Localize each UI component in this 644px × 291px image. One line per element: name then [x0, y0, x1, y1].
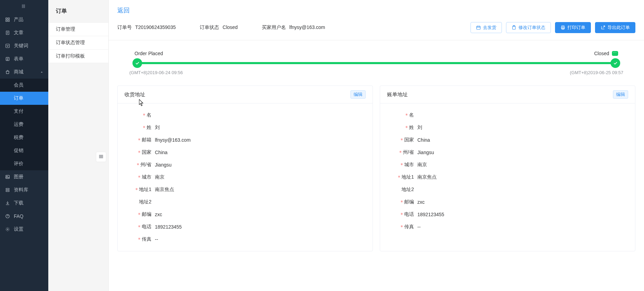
sidebar-item-9[interactable]: 设置	[0, 223, 48, 236]
sidebar-item-1[interactable]: 文章	[0, 26, 48, 39]
field-label: *姓	[125, 124, 155, 131]
svg-rect-0	[6, 18, 7, 19]
field-label: *邮箱	[125, 137, 155, 143]
field-value: 1892123455	[417, 212, 444, 217]
sidebar-item-label: 图册	[14, 174, 23, 180]
modify-status-button[interactable]: 修改订单状态	[506, 22, 551, 33]
field-row: *邮箱lfnysy@163.com	[125, 134, 366, 146]
field-label: 地址2	[387, 187, 417, 193]
field-label-text: 国家	[404, 137, 414, 143]
field-value: 南京焦点	[155, 187, 174, 193]
field-value: --	[417, 224, 420, 230]
svg-rect-10	[6, 190, 9, 192]
export-button[interactable]: 导出此订单	[595, 22, 635, 33]
sidebar-item-label: 表单	[14, 56, 23, 62]
required-mark: *	[405, 112, 408, 118]
sidebar-item-label: 商城	[14, 69, 23, 75]
sidebar-subitem-4-0[interactable]: 会员	[0, 79, 48, 92]
field-label: *邮编	[387, 199, 417, 205]
billing-panel: 账单地址 编辑 *名*姓刘*国家China*州/省Jiangsu*城市南京*地址…	[380, 86, 635, 251]
secondary-nav-1[interactable]: 订单状态管理	[48, 36, 108, 50]
field-row: *国家China	[125, 146, 366, 159]
billing-title: 账单地址	[387, 91, 408, 98]
field-row: 地址2	[125, 196, 366, 208]
sidebar-item-label: FAQ	[14, 213, 23, 219]
field-value: 刘	[417, 124, 422, 131]
caret-up-icon	[40, 69, 43, 75]
field-row: *电话1892123455	[387, 208, 628, 221]
billing-edit-link[interactable]: 编辑	[613, 90, 628, 99]
field-label: *城市	[125, 174, 155, 180]
sidebar-item-label: 产品	[14, 17, 23, 23]
field-value: China	[155, 150, 168, 155]
sidebar-collapse-button[interactable]	[0, 0, 48, 13]
modify-status-button-label: 修改订单状态	[518, 24, 545, 31]
field-label: *传真	[125, 236, 155, 242]
order-no-label: 订单号	[117, 24, 132, 30]
required-mark: *	[143, 125, 146, 130]
field-row: *州/省Jiangsu	[387, 146, 628, 159]
field-row: *电话1892123455	[125, 221, 366, 233]
sidebar-subitem-4-6[interactable]: 评价	[0, 157, 48, 170]
field-label: *城市	[387, 162, 417, 168]
sidebar-item-3[interactable]: 表单	[0, 52, 48, 66]
field-label-text: 地址1	[139, 187, 151, 193]
collapse-icon	[21, 3, 27, 10]
field-label-text: 邮编	[142, 211, 151, 218]
sidebar-item-label: 资料库	[14, 187, 28, 193]
field-row: *传真--	[387, 221, 628, 233]
field-row: 地址2	[387, 183, 628, 196]
calendar-icon	[476, 25, 481, 30]
sidebar-item-6[interactable]: 资料库	[0, 183, 48, 197]
back-link[interactable]: 返回	[117, 7, 130, 14]
print-button[interactable]: 打印订单	[555, 22, 591, 33]
field-label: *州/省	[387, 149, 417, 155]
sidebar-item-8[interactable]: FAQ	[0, 210, 48, 223]
field-row: *国家China	[387, 134, 628, 146]
field-label-text: 电话	[142, 224, 151, 230]
required-mark: *	[138, 237, 141, 242]
field-value: Jiangsu	[155, 162, 171, 168]
timeline-right-date: (GMT+8)2019-06-25 09:57	[570, 70, 623, 75]
chat-icon[interactable]	[612, 51, 618, 56]
field-row: *地址1南京焦点	[387, 171, 628, 183]
sidebar-item-7[interactable]: 下载	[0, 197, 48, 210]
ship-button-label: 去发货	[483, 24, 496, 31]
sidebar-subitem-4-5[interactable]: 促销	[0, 144, 48, 157]
field-row: *邮编zxc	[125, 208, 366, 221]
sidebar-item-label: 文章	[14, 30, 23, 36]
sidebar-subitem-4-2[interactable]: 支付	[0, 105, 48, 118]
timeline-left-date: (GMT+8)2019-06-24 09:56	[129, 70, 183, 75]
sidebar-item-2[interactable]: 关键词	[0, 39, 48, 52]
field-row: *州/省Jiangsu	[125, 159, 366, 171]
clipboard-icon	[512, 25, 516, 30]
field-label: *名	[387, 112, 417, 118]
svg-rect-14	[99, 157, 103, 158]
side-toggle-handle[interactable]	[96, 152, 106, 162]
svg-rect-2	[6, 20, 7, 21]
field-label: *电话	[125, 224, 155, 230]
svg-rect-5	[6, 44, 10, 48]
sidebar-item-0[interactable]: 产品	[0, 13, 48, 26]
sidebar-subitem-4-4[interactable]: 税费	[0, 131, 48, 144]
field-value: lfnysy@163.com	[155, 137, 191, 143]
field-value: zxc	[417, 199, 425, 205]
required-mark: *	[138, 137, 141, 143]
sidebar-item-5[interactable]: 图册	[0, 170, 48, 183]
required-mark: *	[138, 174, 141, 180]
order-no: 订单号 T20190624359035	[117, 24, 176, 31]
ship-button[interactable]: 去发货	[470, 22, 502, 33]
sidebar-item-4[interactable]: 商城	[0, 66, 48, 79]
shipping-panel: 收货地址 编辑 *名*姓刘*邮箱lfnysy@163.com*国家China*州…	[117, 86, 373, 251]
db-icon	[5, 187, 10, 193]
shipping-edit-link[interactable]: 编辑	[350, 90, 366, 99]
field-row: *姓刘	[387, 121, 628, 134]
sidebar-subitem-4-3[interactable]: 运费	[0, 118, 48, 131]
sidebar-subitem-4-1[interactable]: 订单	[0, 92, 48, 105]
shipping-title: 收货地址	[125, 91, 145, 98]
field-row: *城市南京	[125, 171, 366, 183]
secondary-nav-0[interactable]: 订单管理	[48, 22, 108, 36]
field-label-text: 城市	[142, 174, 151, 180]
field-label-text: 国家	[142, 149, 151, 155]
secondary-nav-2[interactable]: 订单打印模板	[48, 50, 108, 63]
